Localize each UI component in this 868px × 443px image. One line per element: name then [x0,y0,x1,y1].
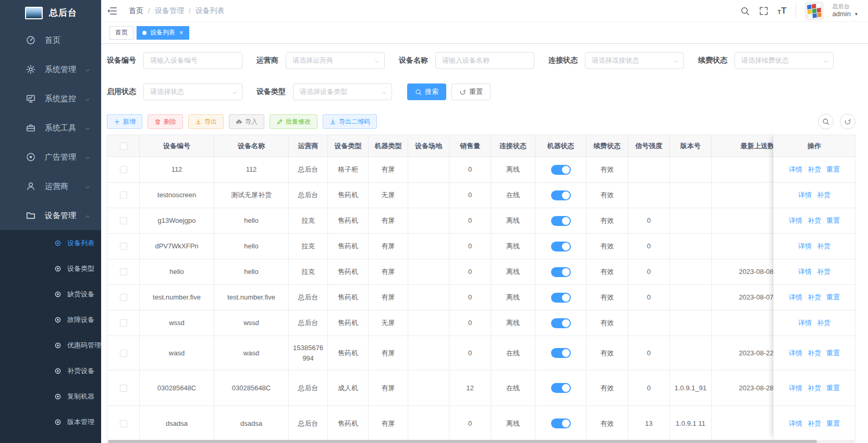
add-button[interactable]: 新增 [107,114,142,129]
user-org: 总后台 [833,3,858,10]
machine-status-toggle[interactable] [551,165,571,175]
action-reset-link[interactable]: 重置 [826,384,840,393]
action-detail-link[interactable]: 详情 [789,216,802,225]
row-checkbox[interactable] [120,294,127,301]
action-detail-link[interactable]: 详情 [789,349,802,358]
action-restock-link[interactable]: 补货 [808,384,821,393]
action-restock-link[interactable]: 补货 [817,242,830,251]
close-icon[interactable]: × [179,29,184,36]
export-button[interactable]: 导出 [188,114,224,129]
action-restock-link[interactable]: 补货 [817,318,830,328]
sidebar-item-device-management[interactable]: 设备管理 [0,201,101,230]
sidebar-item-version-management[interactable]: 版本管理 [0,409,101,435]
action-restock-link[interactable]: 补货 [817,267,830,277]
user-menu[interactable]: 总后台 admin ▾ [833,3,858,19]
horizontal-scrollbar[interactable] [107,440,855,443]
machine-status-toggle[interactable] [551,318,571,328]
action-detail-link[interactable]: 详情 [798,190,812,200]
app-logo[interactable]: 总后台 [0,0,101,26]
search-icon[interactable] [740,6,750,16]
action-reset-link[interactable]: 重置 [826,419,840,428]
action-detail-link[interactable]: 详情 [789,293,802,302]
action-restock-link[interactable]: 补货 [808,349,821,358]
sidebar-item-restock-devices[interactable]: 补货设备 [0,358,101,384]
machine-status-toggle[interactable] [551,242,571,252]
breadcrumb-item[interactable]: 设备列表 [195,6,225,16]
sidebar-item-system-management[interactable]: 系统管理 [0,55,101,84]
device-type-select[interactable]: 请选择设备类型 [293,83,392,100]
renewal-status-select[interactable]: 请选择续费状态 [735,52,834,69]
sidebar-item-label: 系统管理 [45,65,76,75]
sidebar-item-coupon-code-management[interactable]: 优惠码管理 [0,332,101,358]
reset-button[interactable]: 重置 [451,83,491,100]
action-detail-link[interactable]: 详情 [789,165,802,174]
action-detail-link[interactable]: 详情 [798,318,812,328]
action-restock-link[interactable]: 补货 [808,293,821,302]
row-checkbox[interactable] [120,268,127,276]
avatar-cube-image [807,3,822,19]
action-reset-link[interactable]: 重置 [826,216,840,225]
toggle-search-button[interactable] [818,114,834,129]
machine-status-toggle[interactable] [551,383,571,393]
sidebar-item-home[interactable]: 首页 [0,26,101,55]
refresh-button[interactable] [840,114,855,129]
action-detail-link[interactable]: 详情 [798,242,812,251]
select-all-checkbox[interactable] [120,142,127,150]
export-qrcode-button[interactable]: 导出二维码 [323,114,377,129]
row-checkbox[interactable] [120,350,127,357]
batch-edit-button[interactable]: 批量修改 [270,114,317,129]
action-restock-link[interactable]: 补货 [808,165,821,174]
row-checkbox[interactable] [120,217,127,224]
delete-button[interactable]: 删除 [148,114,183,129]
tab-home[interactable]: 首页 [109,26,133,40]
machine-status-toggle[interactable] [551,418,571,428]
sidebar-item-operators[interactable]: 运营商 [0,172,101,201]
search-button[interactable]: 搜索 [407,83,446,100]
action-detail-link[interactable]: 详情 [789,384,802,393]
operator-select[interactable]: 请选择运营商 [286,52,385,69]
sidebar-item-device-types[interactable]: 设备类型 [0,256,101,281]
font-size-icon[interactable]: TT [777,6,786,15]
breadcrumb-item[interactable]: 首页 [129,6,143,16]
cell-version [670,208,712,234]
tab-device-list[interactable]: 设备列表× [137,26,189,40]
row-checkbox[interactable] [120,191,127,199]
action-restock-link[interactable]: 补货 [817,190,830,200]
action-reset-link[interactable]: 重置 [826,293,840,302]
machine-status-toggle[interactable] [551,267,571,277]
action-restock-link[interactable]: 补货 [808,419,821,428]
enable-status-select[interactable]: 请选择状态 [143,83,242,100]
machine-status-toggle[interactable] [551,216,571,226]
sidebar-item-faulty-devices[interactable]: 故障设备 [0,307,101,332]
breadcrumb-item[interactable]: 设备管理 [155,6,184,16]
row-checkbox[interactable] [120,243,127,250]
row-checkbox[interactable] [120,319,127,327]
cell-name: wasd [214,336,289,370]
sidebar-item-system-tools[interactable]: 系统工具 [0,113,101,142]
fullscreen-icon[interactable] [759,6,768,16]
connection-status-select[interactable]: 请选择连接状态 [585,52,684,69]
machine-status-toggle[interactable] [551,190,571,200]
avatar[interactable] [805,2,824,20]
machine-status-toggle[interactable] [551,348,571,358]
sidebar-item-device-list[interactable]: 设备列表 [0,230,101,256]
action-restock-link[interactable]: 补货 [808,216,821,225]
sidebar-item-ad-management[interactable]: 广告管理 [0,142,101,172]
device-name-input[interactable]: 请输入设备名称 [435,52,534,69]
cell-select [107,370,140,406]
action-detail-link[interactable]: 详情 [798,267,812,277]
menu-fold-icon[interactable] [107,6,117,16]
sidebar-item-out-of-stock-devices[interactable]: 缺货设备 [0,281,101,307]
action-reset-link[interactable]: 重置 [826,349,840,358]
sidebar-item-clone-machine[interactable]: 复制机器 [0,384,101,409]
row-checkbox[interactable] [120,166,127,173]
import-button[interactable]: 导入 [229,114,264,129]
row-checkbox[interactable] [120,385,127,392]
action-detail-link[interactable]: 详情 [789,419,802,428]
scrollbar-thumb[interactable] [108,440,817,443]
row-checkbox[interactable] [120,420,127,427]
action-reset-link[interactable]: 重置 [826,165,840,174]
device-code-input[interactable]: 请输入设备编号 [143,52,242,69]
sidebar-item-system-monitoring[interactable]: 系统监控 [0,84,101,113]
machine-status-toggle[interactable] [551,293,571,303]
